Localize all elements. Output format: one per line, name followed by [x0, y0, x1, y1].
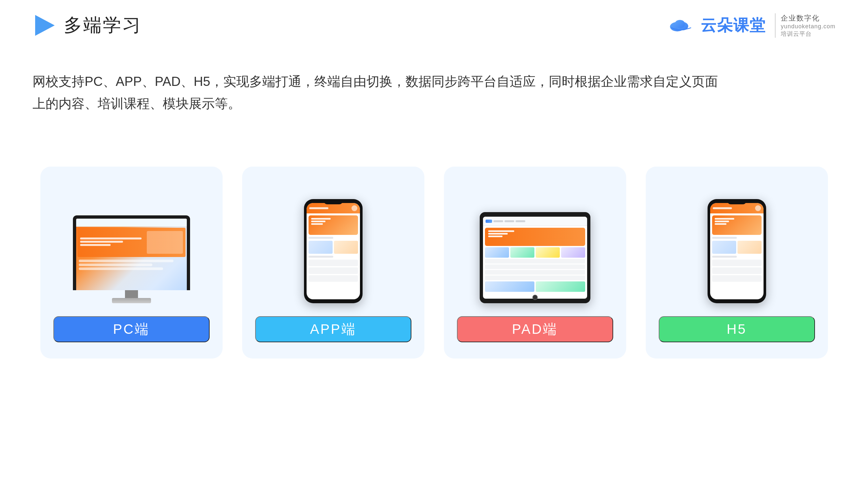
monitor-stand: [125, 290, 138, 298]
app-device-image: [255, 186, 411, 303]
pad-row-2: [485, 264, 585, 269]
pad-row-3: [485, 270, 585, 274]
header: 多端学习 云朵课堂 企业数字化 yunduoketang.com 培训云平台: [0, 0, 868, 51]
monitor-banner: [78, 228, 186, 257]
pbt-2: [311, 221, 326, 222]
pc-device-image: [53, 186, 210, 303]
pad-card-4: [561, 247, 585, 258]
monitor-row-1: [79, 260, 174, 262]
monitor-screen-inner: [76, 219, 187, 290]
monitor-base: [112, 298, 151, 303]
pad-banner: [485, 228, 585, 246]
company-url: yunduoketang.com: [781, 23, 835, 30]
phone-banner: [309, 215, 358, 235]
pad-nav-1: [493, 220, 503, 222]
pad-banner-inner: [488, 230, 514, 237]
cloud-icon: [668, 15, 694, 35]
pad-screen: [483, 217, 587, 299]
pad-card-2: [510, 247, 534, 258]
h5-label-button[interactable]: H5: [659, 316, 815, 342]
logo-left: 多端学习: [33, 13, 142, 38]
phone-section-1: [309, 237, 333, 239]
pad-card-1: [485, 247, 509, 258]
phone-list-2: [309, 267, 358, 274]
pad-row-4: [485, 275, 585, 280]
pad-card-5: [485, 282, 534, 292]
pbt-1: [311, 218, 331, 220]
pad-nav-2: [504, 220, 514, 222]
header-title: 多端学习: [64, 13, 142, 38]
phone-app: [304, 199, 363, 303]
pad-list-rows: [485, 259, 585, 280]
phone-avatar-h5: [755, 205, 761, 211]
company-tag1: 企业数字化: [781, 13, 820, 23]
svg-point-3: [675, 20, 685, 28]
pad-label-button[interactable]: PAD端: [457, 316, 613, 342]
company-tag2: 培训云平台: [781, 30, 812, 38]
pad-device-image: [457, 186, 613, 303]
phone-section-2: [309, 256, 333, 258]
phone-list-h5-2: [712, 267, 762, 274]
pad-header: [483, 217, 587, 226]
phone-section-h5-1: [712, 237, 737, 239]
phone-screen-h5: [710, 203, 764, 299]
company-tagline: 企业数字化 yunduoketang.com 培训云平台: [775, 13, 835, 38]
pad-device: [480, 212, 590, 303]
pad-home-btn: [532, 295, 538, 300]
phone-section-h5-2: [712, 256, 737, 258]
svg-marker-0: [35, 15, 55, 36]
phone-banner-text-h5: [715, 218, 734, 225]
phone-notch-h5: [727, 199, 747, 204]
banner-line-1: [80, 237, 142, 239]
phone-avatar: [351, 205, 358, 211]
banner-line-2: [80, 241, 123, 243]
monitor-row-3: [79, 267, 163, 270]
monitor-rows: [78, 258, 186, 271]
pad-logo: [486, 220, 492, 223]
pad-cards-row-1: [485, 247, 585, 258]
pad-cards-row-2: [485, 282, 585, 292]
phone-outer-app: [304, 199, 363, 303]
pad-row-1: [485, 259, 585, 263]
pc-label-button[interactable]: PC端: [53, 316, 210, 342]
pad-card-6: [536, 282, 585, 292]
phone-header-text: [309, 207, 329, 209]
phone-content-app: [307, 214, 360, 284]
phone-mini-card-2: [334, 241, 358, 254]
phone-list-3: [309, 275, 358, 282]
phone-content-h5: [710, 214, 764, 284]
phone-header-text-h5: [713, 207, 732, 209]
h5-device-image: [659, 186, 815, 303]
pbt-3: [311, 223, 323, 225]
phone-cards: [309, 241, 358, 254]
phone-h5: [708, 199, 766, 303]
pbt-h5-2: [715, 221, 729, 222]
pbt-h5-1: [715, 218, 734, 220]
app-label-button[interactable]: APP端: [255, 316, 411, 342]
description-line1: 网校支持PC、APP、PAD、H5，实现多端打通，终端自由切换，数据同步跨平台自…: [33, 70, 749, 92]
pad-bl-3: [488, 235, 502, 237]
monitor: [73, 215, 190, 303]
description-section: 网校支持PC、APP、PAD、H5，实现多端打通，终端自由切换，数据同步跨平台自…: [0, 51, 781, 128]
phone-list-h5-1: [712, 260, 762, 266]
banner-text-block: [80, 237, 142, 247]
phone-mini-h5-1: [712, 241, 736, 254]
pad-card: PAD端: [444, 167, 626, 359]
app-card: APP端: [242, 167, 425, 359]
pad-nav-3: [516, 220, 525, 222]
pad-card-3: [536, 247, 560, 258]
phone-list-h5-3: [712, 275, 762, 282]
phone-screen-app: [307, 203, 360, 299]
monitor-screen-outer: [73, 215, 190, 290]
cards-section: PC端: [0, 140, 868, 359]
phone-cards-h5: [712, 241, 762, 254]
logo-right: 云朵课堂 企业数字化 yunduoketang.com 培训云平台: [668, 13, 835, 38]
description-line2: 上的内容、培训课程、模块展示等。: [33, 92, 749, 115]
banner-image: [147, 231, 183, 254]
phone-outer-h5: [708, 199, 766, 303]
phone-mini-h5-2: [738, 241, 762, 254]
phone-mini-card-1: [309, 241, 333, 254]
phone-header-app: [307, 203, 360, 214]
phone-banner-h5: [712, 215, 762, 235]
pbt-h5-3: [715, 223, 726, 225]
